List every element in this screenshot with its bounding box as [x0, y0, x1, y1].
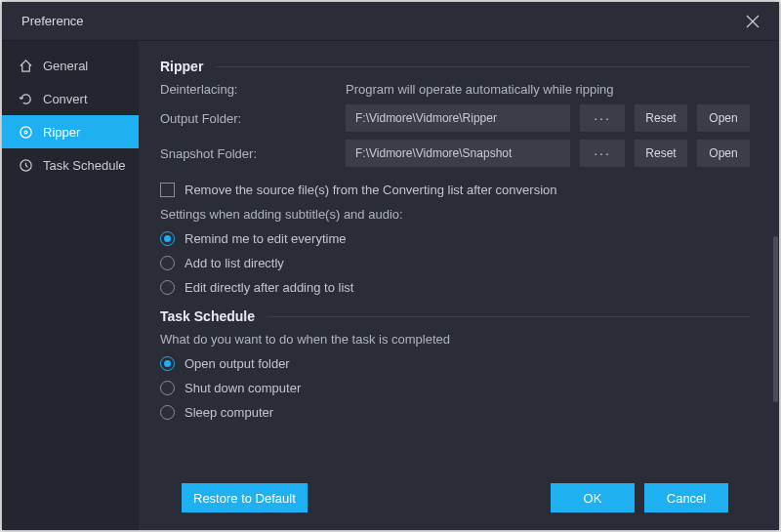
remove-source-label: Remove the source file(s) from the Conve…	[185, 183, 557, 197]
restore-default-button[interactable]: Restore to Default	[182, 483, 308, 512]
svg-point-2	[20, 126, 30, 137]
snapshot-folder-input[interactable]	[346, 140, 570, 167]
deinterlacing-label: Deinterlacing:	[160, 82, 336, 97]
refresh-icon	[18, 91, 33, 106]
body: General Convert Ripper Task Schedule	[2, 41, 779, 530]
divider	[267, 316, 750, 317]
section-title-ripper: Ripper	[160, 59, 203, 74]
sidebar: General Convert Ripper Task Schedule	[2, 41, 139, 530]
content-wrap: Ripper Deinterlacing: Program will opera…	[139, 41, 779, 530]
radio-sleep-label: Sleep computer	[185, 405, 273, 420]
radio-remind-label: Remind me to edit everytime	[185, 231, 346, 246]
subtitle-settings-label: Settings when adding subtitle(s) and aud…	[160, 207, 750, 222]
section-title-task: Task Schedule	[160, 308, 255, 324]
ok-button[interactable]: OK	[551, 483, 635, 512]
radio-add[interactable]	[160, 256, 175, 270]
remove-source-row[interactable]: Remove the source file(s) from the Conve…	[160, 183, 750, 197]
scrollbar-thumb[interactable]	[773, 236, 778, 402]
deinterlacing-value: Program will operate automatically while…	[346, 82, 614, 97]
output-folder-browse-button[interactable]: ···	[580, 104, 625, 132]
sub-opt-edit[interactable]: Edit directly after adding to list	[160, 280, 750, 295]
sub-opt-add[interactable]: Add to list directly	[160, 256, 750, 270]
sidebar-item-ripper[interactable]: Ripper	[2, 115, 139, 148]
output-folder-open-button[interactable]: Open	[697, 104, 750, 132]
snapshot-folder-label: Snapshot Folder:	[160, 146, 336, 161]
scrollarea: Ripper Deinterlacing: Program will opera…	[160, 59, 750, 475]
radio-edit[interactable]	[160, 280, 175, 295]
close-button[interactable]	[742, 11, 763, 32]
divider	[215, 66, 750, 67]
cancel-button[interactable]: Cancel	[644, 483, 728, 512]
remove-source-checkbox[interactable]	[160, 183, 175, 197]
radio-add-label: Add to list directly	[185, 256, 284, 270]
radio-remind[interactable]	[160, 231, 175, 246]
task-opt-open[interactable]: Open output folder	[160, 356, 750, 371]
output-folder-reset-button[interactable]: Reset	[635, 104, 687, 132]
row-deinterlacing: Deinterlacing: Program will operate auto…	[160, 82, 750, 97]
clock-icon	[18, 157, 33, 173]
sidebar-item-general[interactable]: General	[2, 49, 139, 82]
section-ripper-head: Ripper	[160, 59, 750, 74]
sidebar-item-label: Ripper	[43, 125, 80, 140]
sidebar-item-label: General	[43, 59, 88, 73]
snapshot-folder-open-button[interactable]: Open	[697, 140, 750, 167]
sidebar-item-task-schedule[interactable]: Task Schedule	[2, 148, 139, 182]
scrollbar[interactable]	[771, 41, 779, 530]
close-icon	[746, 15, 760, 28]
row-output-folder: Output Folder: ··· Reset Open	[160, 104, 750, 132]
radio-shutdown[interactable]	[160, 381, 175, 395]
home-icon	[18, 58, 33, 73]
sidebar-item-convert[interactable]: Convert	[2, 82, 139, 115]
preference-window: Preference General Convert	[2, 2, 779, 530]
sub-opt-remind[interactable]: Remind me to edit everytime	[160, 231, 750, 246]
window-title: Preference	[21, 14, 84, 28]
sidebar-item-label: Task Schedule	[43, 158, 126, 173]
titlebar: Preference	[2, 2, 779, 41]
radio-open-output[interactable]	[160, 356, 175, 371]
radio-sleep[interactable]	[160, 405, 175, 420]
row-snapshot-folder: Snapshot Folder: ··· Reset Open	[160, 140, 750, 167]
content: Ripper Deinterlacing: Program will opera…	[139, 41, 771, 530]
output-folder-input[interactable]	[346, 104, 570, 132]
snapshot-folder-browse-button[interactable]: ···	[580, 140, 625, 167]
section-task-head: Task Schedule	[160, 308, 750, 324]
task-opt-sleep[interactable]: Sleep computer	[160, 405, 750, 420]
footer: Restore to Default OK Cancel	[160, 475, 750, 530]
disc-icon	[18, 124, 33, 140]
task-question: What do you want to do when the task is …	[160, 332, 750, 347]
snapshot-folder-reset-button[interactable]: Reset	[635, 140, 687, 167]
radio-edit-label: Edit directly after adding to list	[185, 280, 353, 295]
output-folder-label: Output Folder:	[160, 111, 336, 126]
sidebar-item-label: Convert	[43, 92, 88, 106]
svg-point-3	[24, 131, 27, 134]
task-opt-shutdown[interactable]: Shut down computer	[160, 381, 750, 395]
radio-open-output-label: Open output folder	[185, 356, 290, 371]
radio-shutdown-label: Shut down computer	[185, 381, 301, 395]
